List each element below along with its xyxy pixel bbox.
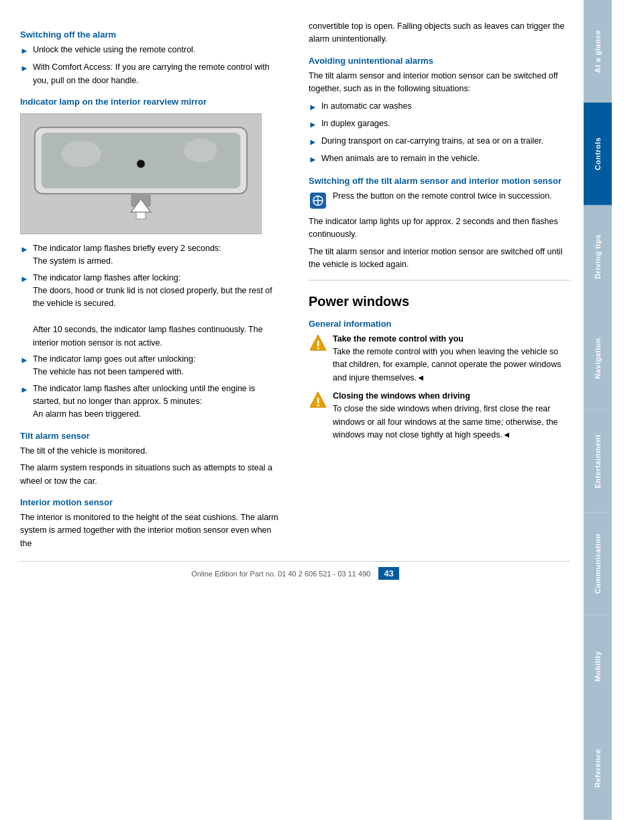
warning-2-title: Closing the windows when driving [333, 390, 570, 403]
sidebar-tab-at-a-glance[interactable]: At a glance [584, 0, 612, 103]
lamp-bullet-4-main: The indicator lamp flashes after unlocki… [33, 384, 255, 406]
bmw-remote-icon [309, 191, 327, 210]
svg-rect-17 [317, 398, 319, 403]
warning-1-body: Take the remote control with you when le… [333, 346, 570, 385]
interior-motion-section: Interior motion sensor The interior is m… [20, 497, 282, 550]
warning-triangle-icon-1 [309, 334, 327, 352]
avoiding-bullet-4: ► When animals are to remain in the vehi… [309, 152, 570, 166]
bullet-arrow-icon-4: ► [20, 272, 29, 286]
sidebar-tab-navigation[interactable]: Navigation [584, 307, 612, 410]
tilt-alarm-text1: The tilt of the vehicle is monitored. [20, 445, 282, 458]
avoiding-bullet-1: ► In automatic car washes [309, 100, 570, 114]
lamp-bullet-2: ► The indicator lamp flashes after locki… [20, 272, 282, 350]
power-windows-section: Power windows General information Take t… [309, 294, 570, 442]
tilt-alarm-heading: Tilt alarm sensor [20, 431, 282, 441]
bullet-arrow-icon-2: ► [20, 62, 29, 75]
bullet-arrow-icon-6: ► [20, 383, 29, 397]
tilt-alarm-section: Tilt alarm sensor The tilt of the vehicl… [20, 431, 282, 488]
interior-motion-heading: Interior motion sensor [20, 497, 282, 507]
avoiding-alarms-heading: Avoiding unintentional alarms [309, 56, 570, 66]
svg-rect-14 [317, 341, 319, 346]
bullet-comfort-text: With Comfort Access: If you are carrying… [33, 61, 282, 87]
avoiding-bullet-4-text: When animals are to remain in the vehicl… [321, 152, 480, 165]
switching-off-tilt-heading: Switching off the tilt alarm sensor and … [309, 176, 570, 186]
switching-off-alarm-heading: Switching off the alarm [20, 30, 282, 40]
divider [309, 280, 570, 280]
bullet-arrow-icon-5: ► [20, 354, 29, 367]
warning-1-title: Take the remote control with you [333, 333, 570, 346]
sidebar-tab-driving-tips[interactable]: Driving tips [584, 205, 612, 308]
interior-motion-text: The interior is monitored to the height … [20, 511, 282, 550]
lamp-bullet-1-main: The indicator lamp flashes briefly every… [33, 244, 221, 253]
general-info-heading: General information [309, 319, 570, 329]
avoiding-bullet-3: ► During transport on car-carrying train… [309, 135, 570, 149]
lamp-bullet-2-sub: The doors, hood or trunk lid is not clos… [33, 286, 272, 308]
warning-box-2: Closing the windows when driving To clos… [309, 390, 570, 442]
tilt-text2: The tilt alarm sensor and interior motio… [309, 246, 570, 272]
bullet-unlock: ► Unlock the vehicle using the remote co… [20, 44, 282, 58]
svg-point-15 [317, 347, 319, 349]
bullet-arrow-icon: ► [20, 44, 29, 58]
avoiding-bullet-3-text: During transport on car-carrying trains,… [321, 135, 543, 148]
bullet-comfort: ► With Comfort Access: If you are carryi… [20, 61, 282, 87]
sidebar-tab-mobility[interactable]: Mobility [584, 615, 612, 718]
sidebar-tab-entertainment[interactable]: Entertainment [584, 410, 612, 513]
lamp-bullet-3-sub: The vehicle has not been tampered with. [33, 367, 184, 376]
tilt-instruction-box: Press the button on the remote control t… [309, 190, 570, 210]
footer-text: Online Edition for Part no. 01 40 2 606 … [191, 570, 370, 578]
svg-point-18 [317, 405, 319, 407]
lamp-bullet-4-sub: An alarm has been triggered. [33, 409, 141, 419]
warning-box-1: Take the remote control with you Take th… [309, 333, 570, 385]
indicator-lamp-heading: Indicator lamp on the interior rearview … [20, 97, 282, 107]
convertible-text: convertible top is open. Falling objects… [309, 20, 570, 46]
bullet-arrow-avoiding-2: ► [309, 118, 317, 132]
svg-point-3 [61, 140, 101, 167]
lamp-bullet-3-main: The indicator lamp goes out after unlock… [33, 354, 196, 364]
avoiding-bullet-1-text: In automatic car washes [321, 100, 412, 113]
warning-2-body: To close the side windows when driving, … [333, 403, 570, 442]
warning-1-text-container: Take the remote control with you Take th… [333, 333, 570, 385]
power-windows-heading: Power windows [309, 294, 570, 309]
warning-2-text-container: Closing the windows when driving To clos… [333, 390, 570, 442]
svg-point-4 [184, 138, 217, 162]
warning-triangle-icon-2 [309, 391, 327, 409]
lamp-bullet-1-sub: The system is armed. [33, 256, 113, 266]
sidebar: At a glance Controls Driving tips Naviga… [584, 0, 612, 820]
lamp-bullet-2-main: The indicator lamp flashes after locking… [33, 273, 180, 283]
lamp-bullet-1: ► The indicator lamp flashes briefly eve… [20, 242, 282, 268]
tilt-instruction-text: Press the button on the remote control t… [333, 190, 552, 203]
avoiding-bullet-2-text: In duplex garages. [321, 117, 390, 130]
page-number: 43 [378, 567, 398, 580]
bullet-arrow-avoiding-1: ► [309, 101, 317, 114]
bullet-arrow-avoiding-3: ► [309, 136, 317, 149]
tilt-alarm-text2: The alarm system responds in situations … [20, 462, 282, 488]
sidebar-tab-communication[interactable]: Communication [584, 513, 612, 615]
sidebar-tab-reference[interactable]: Reference [584, 717, 612, 820]
switching-off-alarm-section: Switching off the alarm ► Unlock the veh… [20, 30, 282, 87]
sidebar-tab-controls[interactable]: Controls [584, 103, 612, 205]
page-footer: Online Edition for Part no. 01 40 2 606 … [20, 561, 570, 582]
avoiding-alarms-section: Avoiding unintentional alarms The tilt a… [309, 56, 570, 166]
svg-point-6 [137, 160, 145, 168]
avoiding-intro: The tilt alarm sensor and interior motio… [309, 70, 570, 96]
rearview-mirror-image [20, 113, 262, 234]
lamp-bullet-4: ► The indicator lamp flashes after unloc… [20, 382, 282, 421]
lamp-bullet-3: ► The indicator lamp goes out after unlo… [20, 353, 282, 379]
avoiding-bullet-2: ► In duplex garages. [309, 117, 570, 132]
indicator-lamp-section: Indicator lamp on the interior rearview … [20, 97, 282, 421]
svg-rect-8 [136, 212, 146, 219]
tilt-text1: The indicator lamp lights up for approx.… [309, 215, 570, 242]
bullet-arrow-avoiding-4: ► [309, 153, 317, 166]
lamp-bullet-2-sub2: After 10 seconds, the indicator lamp fla… [33, 325, 263, 347]
bullet-arrow-icon-3: ► [20, 243, 29, 256]
switching-off-tilt-section: Switching off the tilt alarm sensor and … [309, 176, 570, 272]
bullet-unlock-text: Unlock the vehicle using the remote cont… [33, 44, 196, 56]
